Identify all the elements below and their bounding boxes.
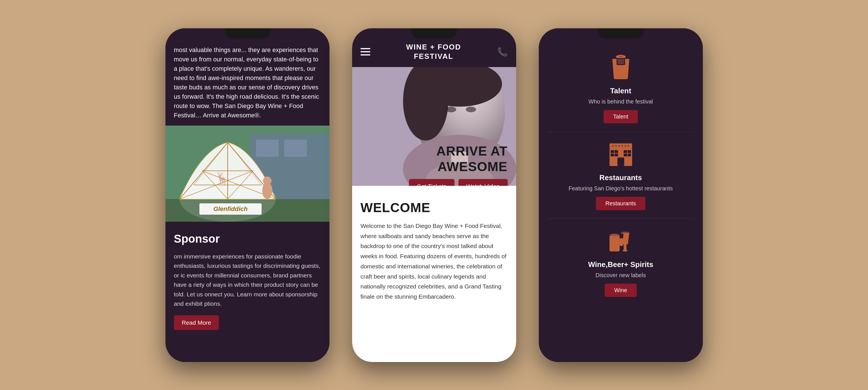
- hamburger-icon[interactable]: [361, 48, 370, 55]
- sponsor-heading: Sponsor: [174, 230, 321, 247]
- svg-point-40: [628, 145, 629, 147]
- svg-rect-3: [284, 140, 307, 157]
- phone-left: most valuable things are... they are exp…: [165, 28, 330, 362]
- phone2-welcome: WELCOME Welcome to the San Diego Bay Win…: [352, 186, 516, 310]
- phone1-text-top: most valuable things are... they are exp…: [174, 45, 321, 120]
- svg-text:🦌: 🦌: [215, 171, 229, 185]
- wine-button[interactable]: Wine: [605, 284, 637, 297]
- wine-title: Wine,Beer+ Spirits: [588, 260, 653, 269]
- phone1-body-text: most valuable things are... they are exp…: [174, 45, 321, 120]
- svg-rect-42: [617, 157, 624, 166]
- svg-text:Glenfiddich: Glenfiddich: [213, 205, 247, 212]
- phone1-sponsor-section: Sponsor om immersive experiences for pas…: [174, 222, 321, 339]
- welcome-text: Welcome to the San Diego Bay Wine + Food…: [361, 221, 508, 302]
- svg-rect-49: [610, 236, 620, 251]
- restaurants-title: Restaurants: [599, 173, 642, 182]
- phone3-categories: Talent Who is behind the festival Talent: [539, 28, 703, 314]
- phone2-header: WINE + FOOD FESTIVAL 📞: [352, 28, 516, 67]
- phones-container: most valuable things are... they are exp…: [149, 11, 720, 379]
- svg-point-51: [610, 234, 620, 238]
- phone-middle-screen: WINE + FOOD FESTIVAL 📞: [352, 28, 516, 362]
- phone-right-screen: Talent Who is behind the festival Talent: [539, 28, 703, 362]
- talent-title: Talent: [610, 87, 631, 95]
- phone2-hero: ARRIVE AT AWESOME Get Tickets Watch Vide…: [352, 67, 516, 186]
- wine-subtitle: Discover new labels: [596, 271, 646, 279]
- svg-point-39: [624, 145, 626, 147]
- svg-point-28: [466, 107, 476, 112]
- restaurants-icon: [607, 141, 635, 169]
- watch-video-button[interactable]: Watch Video: [459, 179, 508, 186]
- category-restaurants: Restaurants Featuring San Diego's hottes…: [547, 132, 694, 219]
- phone1-dome-image: 🦌 Glenfiddich: [165, 126, 330, 222]
- arrive-line2: AWESOME: [436, 159, 508, 175]
- wine-icon: [607, 228, 635, 256]
- svg-point-38: [621, 145, 623, 147]
- phone-left-screen: most valuable things are... they are exp…: [165, 28, 330, 362]
- svg-point-19: [263, 177, 272, 185]
- restaurants-subtitle: Featuring San Diego's hottest restaurant…: [568, 184, 673, 192]
- phone-call-icon[interactable]: 📞: [497, 47, 508, 57]
- hero-buttons: Get Tickets Watch Video: [409, 179, 508, 186]
- svg-rect-2: [256, 140, 279, 157]
- phone-middle: WINE + FOOD FESTIVAL 📞: [352, 28, 516, 362]
- welcome-heading: WELCOME: [361, 200, 508, 215]
- svg-point-52: [621, 232, 629, 235]
- restaurants-button[interactable]: Restaurants: [596, 197, 646, 210]
- talent-icon: [607, 54, 635, 82]
- sponsor-body: om immersive experiences for passionate …: [174, 252, 321, 309]
- read-more-button[interactable]: Read More: [174, 316, 219, 330]
- phone-right: Talent Who is behind the festival Talent: [539, 28, 703, 362]
- svg-rect-33: [617, 59, 624, 64]
- svg-point-35: [612, 145, 614, 147]
- svg-point-27: [446, 107, 456, 112]
- talent-button[interactable]: Talent: [603, 110, 638, 123]
- get-tickets-button[interactable]: Get Tickets: [409, 179, 455, 186]
- arrive-line1: ARRIVE AT: [436, 143, 508, 159]
- svg-point-37: [618, 145, 620, 147]
- festival-title: WINE + FOOD FESTIVAL: [406, 42, 461, 62]
- category-wine: Wine,Beer+ Spirits Discover new labels W…: [547, 219, 694, 305]
- svg-point-36: [615, 145, 617, 147]
- talent-subtitle: Who is behind the festival: [589, 97, 653, 106]
- category-talent: Talent Who is behind the festival Talent: [547, 45, 694, 132]
- arrive-at-awesome-text: ARRIVE AT AWESOME: [436, 143, 508, 175]
